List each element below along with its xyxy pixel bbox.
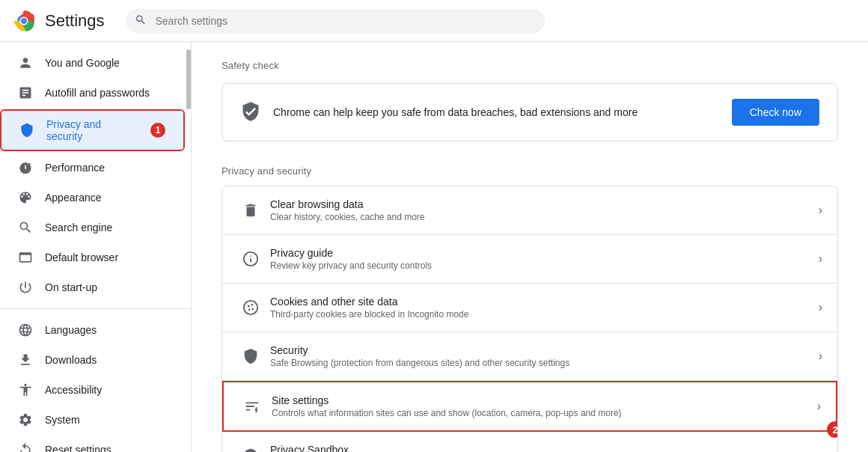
trash-icon [237, 197, 264, 224]
settings-item-privacy-sandbox[interactable]: Privacy Sandbox Trial features are off ⤢ [222, 432, 837, 452]
settings-item-desc: Controls what information sites can use … [272, 408, 817, 418]
sidebar-item-label: Reset settings [45, 444, 111, 452]
search-icon [135, 13, 147, 28]
sidebar-item-languages[interactable]: Languages [0, 315, 185, 345]
content-area: Safety check Chrome can help keep you sa… [192, 42, 868, 452]
settings-list: Clear browsing data Clear history, cooki… [221, 186, 838, 452]
svg-point-8 [248, 305, 250, 308]
safety-card-left: Chrome can help keep you safe from data … [240, 101, 638, 124]
sidebar-item-system[interactable]: System [0, 405, 185, 435]
sidebar-item-label: Accessibility [45, 384, 102, 396]
sidebar-item-privacy-wrapper: Privacy and security 1 [0, 109, 185, 151]
download-icon [18, 352, 33, 367]
header: Settings [0, 0, 868, 42]
performance-icon [18, 160, 33, 175]
svg-point-10 [251, 308, 254, 310]
startup-icon [18, 280, 33, 295]
main-layout: You and Google Autofill and passwords Pr… [0, 42, 868, 452]
sidebar-item-label: Languages [45, 324, 97, 336]
site-settings-wrapper: Site settings Controls what information … [222, 381, 837, 432]
sidebar-item-label: Appearance [45, 192, 102, 204]
settings-item-title: Privacy Sandbox [270, 444, 811, 452]
sidebar-item-search-engine[interactable]: Search engine [0, 213, 185, 242]
settings-item-content: Privacy Sandbox Trial features are off [270, 444, 811, 452]
sidebar-item-autofill[interactable]: Autofill and passwords [0, 78, 185, 108]
security-icon [237, 343, 264, 370]
external-link-icon: ⤢ [811, 448, 822, 452]
sidebar-item-you-and-google[interactable]: You and Google [0, 48, 185, 78]
settings-item-title: Clear browsing data [270, 198, 819, 210]
sidebar-item-label: On start-up [45, 281, 97, 293]
sidebar-item-accessibility[interactable]: Accessibility [0, 375, 185, 405]
chevron-right-icon: › [819, 301, 822, 314]
system-icon [18, 412, 33, 427]
sidebar-item-performance[interactable]: Performance [0, 153, 185, 183]
sidebar-item-on-startup[interactable]: On start-up [0, 272, 185, 302]
sidebar-item-label: Search engine [45, 222, 112, 233]
settings-item-cookies[interactable]: Cookies and other site data Third-party … [222, 284, 837, 332]
privacy-section-title: Privacy and security [221, 165, 838, 177]
check-now-button[interactable]: Check now [732, 99, 819, 126]
sidebar-item-reset-settings[interactable]: Reset settings [0, 435, 185, 452]
settings-item-title: Security [270, 344, 819, 356]
safety-check-card: Chrome can help keep you safe from data … [221, 83, 838, 141]
appearance-icon [18, 190, 33, 205]
globe-icon [18, 323, 33, 338]
shield-check-icon [240, 101, 261, 124]
site-settings-icon [239, 393, 266, 420]
settings-item-title: Site settings [272, 394, 817, 406]
search-engine-icon [18, 220, 33, 235]
cookie-icon [237, 294, 264, 321]
chrome-logo [12, 9, 36, 33]
sidebar-item-default-browser[interactable]: Default browser [0, 242, 185, 272]
scrollbar-thumb[interactable] [186, 49, 191, 109]
sidebar-item-privacy-and-security[interactable]: Privacy and security 1 [1, 111, 183, 150]
person-icon [18, 55, 33, 70]
chevron-right-icon: › [819, 349, 822, 363]
sidebar-item-label: Performance [45, 162, 105, 174]
settings-item-security[interactable]: Security Safe Browsing (protection from … [222, 332, 837, 381]
settings-item-desc: Safe Browsing (protection from dangerous… [270, 358, 819, 368]
page-title: Settings [45, 11, 105, 31]
svg-point-9 [251, 304, 253, 306]
safety-card-text: Chrome can help keep you safe from data … [273, 106, 638, 118]
safety-check-title: Safety check [221, 60, 838, 71]
settings-item-title: Cookies and other site data [270, 296, 819, 308]
settings-item-content: Privacy guide Review key privacy and sec… [270, 247, 819, 271]
badge-1: 1 [150, 123, 165, 138]
browser-icon [18, 250, 33, 265]
reset-icon [18, 442, 33, 452]
svg-point-7 [244, 301, 257, 314]
accessibility-icon [18, 382, 33, 397]
search-input[interactable] [126, 9, 545, 33]
sidebar-item-label: Privacy and security [46, 118, 138, 142]
settings-item-content: Site settings Controls what information … [272, 394, 817, 418]
chevron-right-icon: › [819, 204, 822, 217]
badge-2: 2 [827, 421, 838, 438]
sidebar-item-downloads[interactable]: Downloads [0, 345, 185, 375]
search-bar [126, 9, 545, 33]
svg-point-11 [248, 308, 251, 311]
settings-item-content: Cookies and other site data Third-party … [270, 296, 819, 320]
settings-item-site-settings[interactable]: Site settings Controls what information … [222, 381, 837, 432]
chevron-right-icon: › [819, 252, 822, 266]
shield-icon [19, 123, 34, 138]
sidebar-item-label: Default browser [45, 251, 118, 263]
sidebar-item-label: Autofill and passwords [45, 87, 150, 99]
privacy-guide-icon [237, 245, 264, 272]
settings-item-privacy-guide[interactable]: Privacy guide Review key privacy and sec… [222, 235, 837, 284]
settings-item-desc: Review key privacy and security controls [270, 260, 819, 271]
settings-item-desc: Third-party cookies are blocked in Incog… [270, 309, 819, 320]
sidebar: You and Google Autofill and passwords Pr… [0, 42, 192, 452]
settings-item-content: Security Safe Browsing (protection from … [270, 344, 819, 368]
settings-item-desc: Clear history, cookies, cache and more [270, 212, 819, 222]
settings-item-clear-browsing[interactable]: Clear browsing data Clear history, cooki… [222, 186, 837, 235]
sidebar-item-appearance[interactable]: Appearance [0, 183, 185, 213]
chevron-right-icon: › [817, 400, 821, 413]
sidebar-item-label: System [45, 414, 80, 426]
sandbox-icon [237, 442, 264, 452]
svg-point-5 [21, 18, 27, 24]
settings-item-content: Clear browsing data Clear history, cooki… [270, 198, 819, 222]
autofill-icon [18, 85, 33, 100]
sidebar-item-label: You and Google [45, 57, 120, 69]
